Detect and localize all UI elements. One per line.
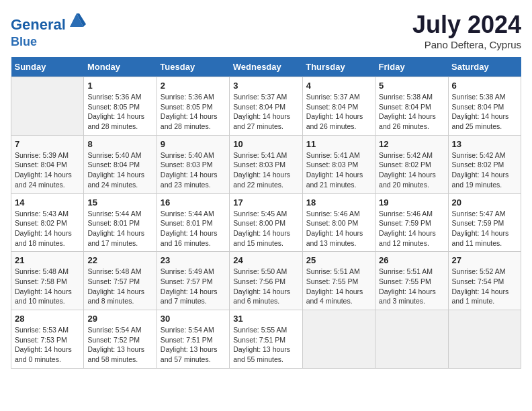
day-number: 6 [452,81,517,91]
day-info: Sunrise: 5:46 AM Sunset: 7:59 PM Dayligh… [379,209,444,248]
day-number: 26 [379,255,444,265]
calendar-cell: 5Sunrise: 5:38 AM Sunset: 8:04 PM Daylig… [375,77,448,136]
day-number: 16 [161,197,226,208]
calendar-cell: 15Sunrise: 5:44 AM Sunset: 8:01 PM Dayli… [84,193,157,252]
calendar-week-row: 21Sunrise: 5:48 AM Sunset: 7:58 PM Dayli… [11,252,521,310]
day-info: Sunrise: 5:40 AM Sunset: 8:04 PM Dayligh… [87,150,152,190]
day-info: Sunrise: 5:45 AM Sunset: 8:00 PM Dayligh… [233,209,298,248]
day-number: 29 [87,314,152,324]
calendar-cell: 16Sunrise: 5:44 AM Sunset: 8:01 PM Dayli… [157,193,229,252]
calendar-cell: 21Sunrise: 5:48 AM Sunset: 7:58 PM Dayli… [11,252,84,310]
day-number: 22 [87,255,152,265]
day-info: Sunrise: 5:53 AM Sunset: 7:53 PM Dayligh… [15,325,80,365]
day-info: Sunrise: 5:51 AM Sunset: 7:55 PM Dayligh… [379,267,444,306]
day-number: 20 [452,197,517,208]
day-info: Sunrise: 5:51 AM Sunset: 7:55 PM Dayligh… [306,267,371,306]
day-number: 28 [15,314,80,324]
calendar-cell: 28Sunrise: 5:53 AM Sunset: 7:53 PM Dayli… [11,310,84,369]
calendar-cell: 23Sunrise: 5:49 AM Sunset: 7:57 PM Dayli… [157,252,229,310]
calendar-cell: 30Sunrise: 5:54 AM Sunset: 7:51 PM Dayli… [157,310,229,369]
calendar-cell: 12Sunrise: 5:42 AM Sunset: 8:02 PM Dayli… [375,135,448,193]
day-number: 3 [233,81,298,91]
day-number: 12 [379,139,444,149]
calendar-cell: 9Sunrise: 5:40 AM Sunset: 8:03 PM Daylig… [157,135,229,193]
calendar-cell [11,77,84,136]
day-number: 30 [161,314,226,324]
calendar-cell: 1Sunrise: 5:36 AM Sunset: 8:05 PM Daylig… [84,77,157,136]
calendar-cell [302,310,375,369]
calendar-cell: 14Sunrise: 5:43 AM Sunset: 8:02 PM Dayli… [11,193,84,252]
calendar-cell: 13Sunrise: 5:42 AM Sunset: 8:02 PM Dayli… [448,135,521,193]
day-number: 4 [306,81,371,91]
day-of-week-header: Friday [375,57,448,77]
calendar-week-row: 28Sunrise: 5:53 AM Sunset: 7:53 PM Dayli… [11,310,521,369]
day-number: 2 [161,81,226,91]
day-number: 23 [161,255,226,265]
day-info: Sunrise: 5:46 AM Sunset: 8:00 PM Dayligh… [306,209,371,248]
calendar-week-row: 7Sunrise: 5:39 AM Sunset: 8:04 PM Daylig… [11,135,521,193]
day-number: 9 [161,139,226,149]
day-number: 1 [87,81,152,91]
day-of-week-header: Saturday [448,57,521,77]
day-info: Sunrise: 5:38 AM Sunset: 8:04 PM Dayligh… [452,92,517,132]
day-info: Sunrise: 5:47 AM Sunset: 7:59 PM Dayligh… [452,209,517,248]
day-of-week-header: Thursday [302,57,375,77]
day-number: 10 [233,139,298,149]
calendar-table: SundayMondayTuesdayWednesdayThursdayFrid… [11,57,521,369]
page-header: General Blue July 2024 Pano Deftera, Cyp… [11,11,521,50]
day-info: Sunrise: 5:54 AM Sunset: 7:51 PM Dayligh… [161,325,226,365]
day-number: 27 [452,255,517,265]
calendar-cell: 6Sunrise: 5:38 AM Sunset: 8:04 PM Daylig… [448,77,521,136]
calendar-cell: 3Sunrise: 5:37 AM Sunset: 8:04 PM Daylig… [230,77,302,136]
calendar-cell: 22Sunrise: 5:48 AM Sunset: 7:57 PM Dayli… [84,252,157,310]
day-info: Sunrise: 5:42 AM Sunset: 8:02 PM Dayligh… [452,150,517,190]
day-of-week-header: Sunday [11,57,84,77]
calendar-cell [375,310,448,369]
day-info: Sunrise: 5:44 AM Sunset: 8:01 PM Dayligh… [161,209,226,248]
day-number: 24 [233,255,298,265]
calendar-cell: 26Sunrise: 5:51 AM Sunset: 7:55 PM Dayli… [375,252,448,310]
day-number: 5 [379,81,444,91]
day-info: Sunrise: 5:42 AM Sunset: 8:02 PM Dayligh… [379,150,444,190]
day-number: 18 [306,197,371,208]
location: Pano Deftera, Cyprus [412,39,521,50]
title-block: July 2024 Pano Deftera, Cyprus [412,11,521,50]
calendar-week-row: 1Sunrise: 5:36 AM Sunset: 8:05 PM Daylig… [11,77,521,136]
calendar-cell: 10Sunrise: 5:41 AM Sunset: 8:03 PM Dayli… [230,135,302,193]
day-info: Sunrise: 5:37 AM Sunset: 8:04 PM Dayligh… [306,92,371,132]
day-of-week-header: Monday [84,57,157,77]
day-number: 17 [233,197,298,208]
day-info: Sunrise: 5:41 AM Sunset: 8:03 PM Dayligh… [233,150,298,190]
day-number: 14 [15,197,80,208]
calendar-cell: 18Sunrise: 5:46 AM Sunset: 8:00 PM Dayli… [302,193,375,252]
calendar-cell: 27Sunrise: 5:52 AM Sunset: 7:54 PM Dayli… [448,252,521,310]
calendar-cell: 29Sunrise: 5:54 AM Sunset: 7:52 PM Dayli… [84,310,157,369]
day-info: Sunrise: 5:52 AM Sunset: 7:54 PM Dayligh… [452,267,517,306]
calendar-cell: 17Sunrise: 5:45 AM Sunset: 8:00 PM Dayli… [230,193,302,252]
calendar-cell: 7Sunrise: 5:39 AM Sunset: 8:04 PM Daylig… [11,135,84,193]
calendar-cell: 25Sunrise: 5:51 AM Sunset: 7:55 PM Dayli… [302,252,375,310]
day-info: Sunrise: 5:41 AM Sunset: 8:03 PM Dayligh… [306,150,371,190]
day-number: 21 [15,255,80,265]
day-info: Sunrise: 5:38 AM Sunset: 8:04 PM Dayligh… [379,92,444,132]
day-number: 31 [233,314,298,324]
day-info: Sunrise: 5:50 AM Sunset: 7:56 PM Dayligh… [233,267,298,306]
day-number: 7 [15,139,80,149]
day-info: Sunrise: 5:44 AM Sunset: 8:01 PM Dayligh… [87,209,152,248]
logo-icon [67,11,86,30]
calendar-cell: 8Sunrise: 5:40 AM Sunset: 8:04 PM Daylig… [84,135,157,193]
calendar-week-row: 14Sunrise: 5:43 AM Sunset: 8:02 PM Dayli… [11,193,521,252]
calendar-cell: 20Sunrise: 5:47 AM Sunset: 7:59 PM Dayli… [448,193,521,252]
month-year: July 2024 [412,11,521,39]
day-info: Sunrise: 5:36 AM Sunset: 8:05 PM Dayligh… [87,92,152,132]
logo-general: General [11,16,66,33]
day-info: Sunrise: 5:40 AM Sunset: 8:03 PM Dayligh… [161,150,226,190]
day-of-week-header: Tuesday [157,57,229,77]
day-number: 13 [452,139,517,149]
day-number: 8 [87,139,152,149]
day-number: 15 [87,197,152,208]
day-info: Sunrise: 5:55 AM Sunset: 7:51 PM Dayligh… [233,325,298,365]
day-of-week-header: Wednesday [230,57,302,77]
day-info: Sunrise: 5:39 AM Sunset: 8:04 PM Dayligh… [15,150,80,190]
logo: General Blue [11,11,86,49]
